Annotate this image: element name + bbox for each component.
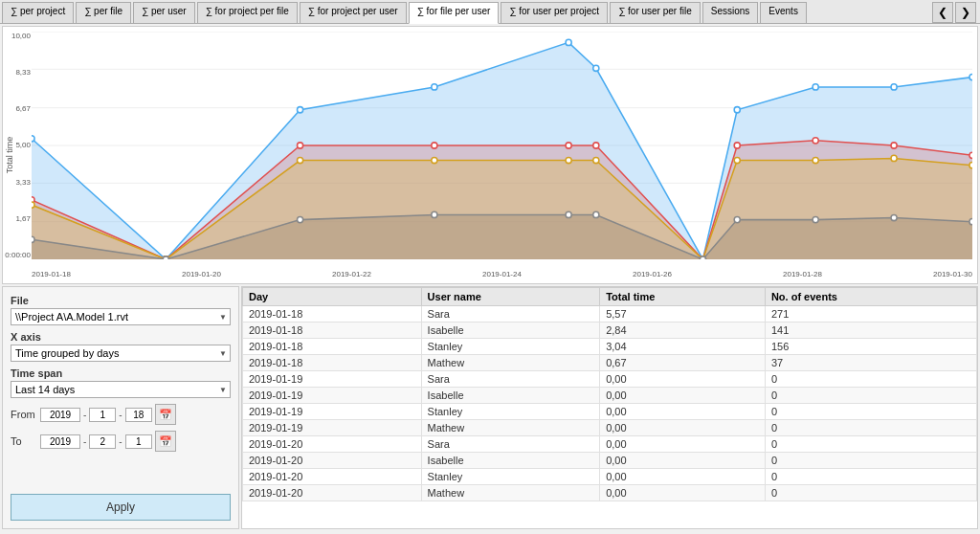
file-select[interactable]: \\Project A\A.Model 1.rvt: [11, 308, 231, 325]
table-row[interactable]: 2019-01-18 Sara 5,57 271: [243, 306, 977, 323]
svg-point-54: [969, 219, 972, 225]
tab-for-project-per-file[interactable]: ∑ for project per file: [197, 2, 298, 23]
from-label: From: [11, 409, 37, 420]
svg-point-19: [813, 84, 818, 90]
svg-point-43: [969, 163, 972, 168]
svg-point-30: [813, 138, 818, 144]
table-body: 2019-01-18 Sara 5,57 271 2019-01-18 Isab…: [243, 306, 977, 501]
to-day-input[interactable]: [125, 434, 152, 449]
cell-day: 2019-01-20: [243, 469, 422, 485]
svg-point-44: [32, 236, 34, 242]
cell-events: 0: [765, 485, 976, 501]
x-label-5: 2019-01-28: [783, 270, 822, 278]
cell-events: 0: [765, 420, 976, 436]
x-label-0: 2019-01-18: [32, 270, 71, 278]
file-label: File: [11, 295, 231, 306]
y-label-2: 6,67: [15, 104, 31, 113]
table-row[interactable]: 2019-01-18 Stanley 3,04 156: [243, 339, 977, 355]
svg-point-33: [32, 202, 34, 208]
cell-time: 0,00: [600, 388, 766, 404]
file-section: File \\Project A\A.Model 1.rvt: [11, 295, 231, 325]
svg-point-38: [593, 157, 599, 163]
chart-svg: [32, 32, 972, 259]
table-header-row: Day User name Total time No. of events: [243, 288, 977, 306]
table-row[interactable]: 2019-01-18 Mathew 0,67 37: [243, 355, 977, 371]
table-row[interactable]: 2019-01-20 Mathew 0,00 0: [243, 485, 977, 501]
tab-events[interactable]: Events: [760, 2, 807, 23]
to-calendar-button[interactable]: 📅: [155, 431, 176, 452]
svg-point-24: [297, 143, 302, 148]
from-month-input[interactable]: [89, 408, 116, 422]
to-date-row: To - - 📅: [11, 431, 231, 452]
nav-prev-button[interactable]: ❮: [932, 2, 953, 23]
cell-events: 156: [765, 339, 976, 355]
to-year-input[interactable]: [40, 434, 80, 449]
table-scroll[interactable]: Day User name Total time No. of events 2…: [242, 287, 977, 528]
cell-user: Mathew: [421, 420, 600, 436]
y-label-3: 5,00: [15, 141, 31, 149]
time-span-label: Time span: [11, 367, 231, 379]
to-sep-2: -: [119, 436, 122, 447]
from-calendar-button[interactable]: 📅: [155, 404, 176, 425]
y-label-4: 3,33: [15, 178, 31, 187]
cell-user: Sara: [421, 436, 600, 453]
svg-point-45: [163, 256, 168, 259]
table-row[interactable]: 2019-01-20 Stanley 0,00 0: [243, 469, 977, 485]
table-row[interactable]: 2019-01-19 Stanley 0,00 0: [243, 404, 977, 420]
svg-point-11: [32, 136, 34, 142]
cell-day: 2019-01-20: [243, 453, 422, 469]
time-span-select[interactable]: Last 14 days: [11, 381, 231, 398]
cell-user: Isabelle: [421, 388, 600, 404]
col-header-user: User name: [421, 288, 600, 306]
table-row[interactable]: 2019-01-19 Isabelle 0,00 0: [243, 388, 977, 404]
from-day-input[interactable]: [125, 408, 152, 422]
cell-day: 2019-01-19: [243, 371, 422, 388]
cell-day: 2019-01-18: [243, 339, 422, 355]
table-row[interactable]: 2019-01-20 Isabelle 0,00 0: [243, 453, 977, 469]
table-row[interactable]: 2019-01-19 Sara 0,00 0: [243, 371, 977, 388]
tab-per-user[interactable]: ∑ per user: [133, 2, 195, 23]
tab-per-project[interactable]: ∑ per project: [2, 2, 74, 23]
apply-button[interactable]: Apply: [11, 494, 231, 521]
svg-point-47: [432, 211, 437, 217]
table-row[interactable]: 2019-01-18 Isabelle 2,84 141: [243, 323, 977, 339]
cell-time: 0,00: [600, 485, 766, 501]
svg-point-40: [734, 157, 740, 163]
svg-point-50: [700, 256, 705, 259]
cell-time: 0,67: [600, 355, 766, 371]
main-content: 10,00 8,33 6,67 5,00 3,33 1,67 0:00:00 T…: [0, 24, 980, 531]
svg-point-35: [297, 157, 302, 163]
cell-time: 2,84: [600, 323, 766, 339]
tab-for-file-per-user[interactable]: ∑ for file per user: [409, 2, 500, 24]
cell-user: Mathew: [421, 355, 600, 371]
cell-day: 2019-01-20: [243, 436, 422, 453]
table-row[interactable]: 2019-01-19 Mathew 0,00 0: [243, 420, 977, 436]
svg-point-27: [593, 143, 599, 148]
svg-point-49: [593, 211, 599, 217]
cell-events: 271: [765, 306, 976, 323]
svg-point-20: [891, 84, 897, 90]
cell-day: 2019-01-18: [243, 306, 422, 323]
controls-panel: File \\Project A\A.Model 1.rvt X axis Ti…: [2, 286, 239, 529]
nav-next-button[interactable]: ❯: [955, 2, 976, 23]
svg-point-15: [566, 39, 571, 45]
y-label-1: 8,33: [15, 68, 31, 77]
tab-sessions[interactable]: Sessions: [702, 2, 759, 23]
svg-point-52: [813, 217, 818, 223]
cell-events: 37: [765, 355, 976, 371]
tab-per-file[interactable]: ∑ per file: [76, 2, 131, 23]
tab-for-project-per-user[interactable]: ∑ for project per user: [300, 2, 407, 23]
to-month-input[interactable]: [89, 434, 116, 449]
data-table-container: Day User name Total time No. of events 2…: [241, 286, 978, 529]
tab-for-user-per-file[interactable]: ∑ for user per file: [610, 2, 701, 23]
cell-day: 2019-01-20: [243, 485, 422, 501]
svg-point-37: [566, 157, 571, 163]
x-label-2: 2019-01-22: [332, 270, 371, 278]
tab-for-user-per-project[interactable]: ∑ for user per project: [501, 2, 608, 23]
cell-day: 2019-01-19: [243, 388, 422, 404]
y-axis-title: Total time: [5, 137, 14, 174]
x-axis-select[interactable]: Time grouped by days: [11, 345, 231, 362]
from-year-input[interactable]: [40, 408, 80, 422]
cell-user: Stanley: [421, 339, 600, 355]
table-row[interactable]: 2019-01-20 Sara 0,00 0: [243, 436, 977, 453]
